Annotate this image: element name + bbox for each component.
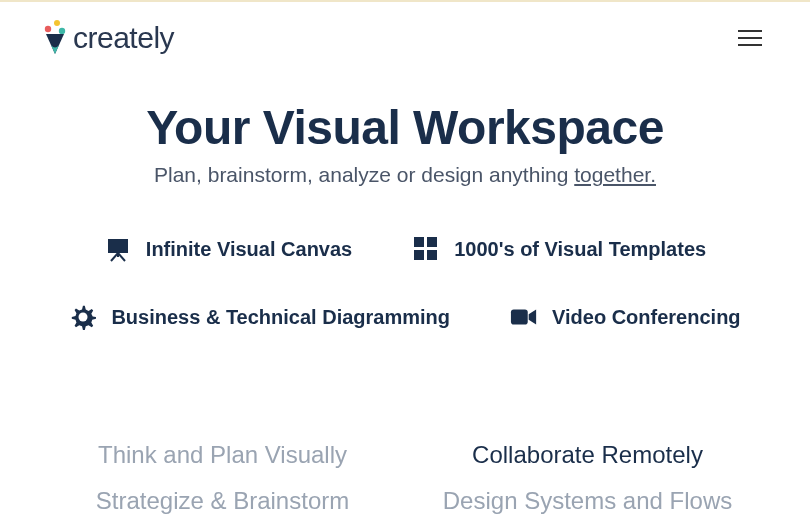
svg-rect-10	[414, 237, 424, 247]
svg-point-14	[79, 313, 88, 322]
hamburger-icon	[738, 29, 762, 47]
svg-rect-12	[414, 250, 424, 260]
feature-list: Infinite Visual Canvas 1000's of Visual …	[0, 235, 810, 331]
tab-design-systems[interactable]: Design Systems and Flows	[443, 487, 732, 515]
hero-subtitle-text: Plan, brainstorm, analyze or design anyt…	[154, 163, 574, 186]
svg-rect-11	[427, 237, 437, 247]
feature-label: Video Conferencing	[552, 306, 741, 329]
hero-subtitle: Plan, brainstorm, analyze or design anyt…	[0, 163, 810, 187]
svg-line-8	[111, 253, 118, 261]
feature-label: Business & Technical Diagramming	[111, 306, 450, 329]
brand-name: creately	[73, 21, 174, 55]
site-header: creately	[0, 2, 810, 56]
feature-item: Video Conferencing	[510, 303, 741, 331]
svg-point-2	[59, 28, 65, 34]
feature-label: 1000's of Visual Templates	[454, 238, 706, 261]
tab-list: Think and Plan Visually Collaborate Remo…	[0, 441, 810, 515]
svg-point-1	[45, 26, 51, 32]
tab-collaborate[interactable]: Collaborate Remotely	[472, 441, 703, 469]
brand-logo-mark	[42, 20, 68, 56]
menu-button[interactable]	[732, 23, 768, 53]
svg-rect-15	[511, 310, 528, 325]
feature-item: Infinite Visual Canvas	[104, 235, 352, 263]
tab-think-plan[interactable]: Think and Plan Visually	[98, 441, 347, 469]
svg-rect-13	[427, 250, 437, 260]
brand-logo[interactable]: creately	[42, 20, 174, 56]
tab-strategize[interactable]: Strategize & Brainstorm	[96, 487, 349, 515]
hero-title: Your Visual Workspace	[0, 100, 810, 155]
feature-item: 1000's of Visual Templates	[412, 235, 706, 263]
feature-item: Business & Technical Diagramming	[69, 303, 450, 331]
svg-rect-6	[108, 239, 128, 253]
easel-icon	[104, 235, 132, 263]
gear-icon	[69, 303, 97, 331]
feature-label: Infinite Visual Canvas	[146, 238, 352, 261]
video-icon	[510, 303, 538, 331]
hero-subtitle-underline: together.	[574, 163, 656, 186]
svg-line-9	[118, 253, 125, 261]
hero-section: Your Visual Workspace Plan, brainstorm, …	[0, 100, 810, 187]
svg-point-0	[54, 20, 60, 26]
grid-icon	[412, 235, 440, 263]
